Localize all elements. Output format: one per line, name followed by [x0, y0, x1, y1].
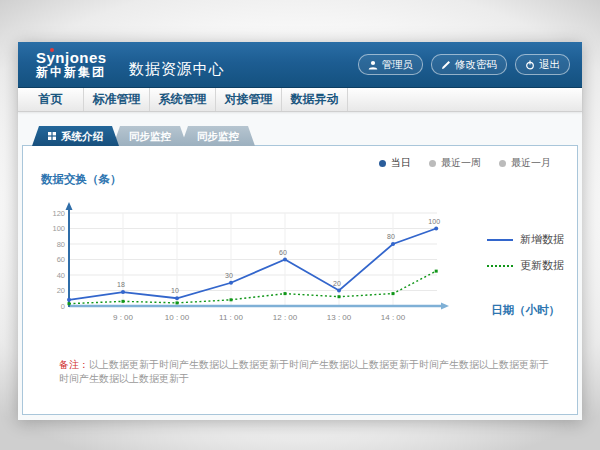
data-point-label: 60	[279, 249, 287, 256]
data-point-label: 18	[117, 281, 125, 288]
radio-last-month[interactable]: 最近一月	[499, 156, 551, 170]
data-point	[391, 242, 395, 246]
footnote-prefix: 备注：	[59, 359, 89, 370]
y-axis-arrow	[66, 202, 73, 210]
power-icon	[525, 60, 535, 70]
radio-today[interactable]: 当日	[379, 156, 411, 170]
legend-label: 新增数据	[520, 232, 564, 247]
data-point-label: 80	[387, 233, 395, 240]
data-point	[176, 301, 179, 304]
y-tick-label: 80	[57, 240, 65, 249]
nav-item-standards[interactable]: 标准管理	[84, 88, 150, 111]
brand-company: 新中新集团	[36, 66, 107, 79]
y-tick-label: 20	[57, 286, 65, 295]
series-legend: 新增数据 更新数据	[487, 232, 564, 284]
legend-label: 更新数据	[520, 258, 564, 273]
data-point-label: 20	[333, 280, 341, 287]
legend-line-sample-blue	[487, 239, 513, 241]
logout-button[interactable]: 退出	[515, 54, 570, 75]
chart-panel: 当日 最近一周 最近一月 数据交换（条） 0204060801001209 : …	[22, 145, 578, 415]
y-tick-label: 40	[57, 271, 65, 280]
x-tick-label: 10 : 00	[165, 313, 190, 322]
y-tick-label: 60	[57, 255, 65, 264]
x-tick-label: 12 : 00	[273, 313, 298, 322]
tab-bar: 系统介绍 同步监控 同步监控	[32, 126, 249, 146]
header-actions: 管理员 修改密码 退出	[358, 54, 571, 75]
data-point	[68, 302, 71, 305]
nav-item-data-change[interactable]: 数据异动	[282, 88, 348, 111]
radio-label: 最近一月	[511, 156, 551, 170]
nav-item-home[interactable]: 首页	[18, 88, 84, 111]
radio-dot	[379, 160, 386, 167]
data-point	[175, 296, 179, 300]
data-point	[283, 258, 287, 262]
x-tick-label: 9 : 00	[113, 313, 134, 322]
page-title: 数据资源中心	[129, 60, 225, 79]
range-filter-group: 当日 最近一周 最近一月	[379, 156, 551, 170]
tab-label: 同步监控	[197, 126, 239, 146]
x-axis-title: 日期（小时）	[491, 303, 560, 318]
logout-label: 退出	[539, 58, 560, 72]
y-tick-label: 120	[52, 209, 65, 218]
content-area: 系统介绍 同步监控 同步监控 当日 最近一周	[18, 113, 582, 420]
main-nav: 首页 标准管理 系统管理 对接管理 数据异动	[18, 88, 582, 112]
data-point	[435, 270, 438, 273]
radio-label: 最近一周	[441, 156, 481, 170]
data-point-label: 30	[225, 272, 233, 279]
x-tick-label: 13 : 00	[327, 313, 352, 322]
legend-item-update-data: 更新数据	[487, 258, 564, 273]
radio-label: 当日	[391, 156, 411, 170]
app-window: Synjones 新中新集团 数据资源中心 管理员 修改密码 退出	[18, 42, 582, 420]
radio-dot	[499, 160, 506, 167]
admin-user-label: 管理员	[382, 58, 414, 72]
legend-line-sample-green	[487, 265, 513, 267]
x-tick-label: 11 : 00	[219, 313, 243, 322]
admin-user-button[interactable]: 管理员	[358, 54, 424, 75]
data-point	[229, 281, 233, 285]
radio-dot	[429, 160, 436, 167]
data-point-label: 100	[428, 218, 440, 225]
data-point	[392, 292, 395, 295]
data-point	[337, 289, 341, 293]
edit-icon	[441, 60, 451, 70]
data-point	[230, 298, 233, 301]
header: Synjones 新中新集团 数据资源中心 管理员 修改密码 退出	[18, 42, 582, 88]
data-point	[121, 290, 125, 294]
nav-item-integration[interactable]: 对接管理	[216, 88, 282, 111]
line-chart: 0204060801001209 : 0010 : 0011 : 0012 : …	[45, 200, 457, 336]
user-icon	[368, 60, 378, 70]
brand-name: Synjones	[36, 50, 107, 66]
footnote-text: 以上数据更新于时间产生数据以上数据更新于时间产生数据以上数据更新于时间产生数据以…	[59, 359, 549, 384]
data-point	[338, 295, 341, 298]
data-point	[434, 227, 438, 231]
grid-icon	[48, 126, 56, 146]
radio-last-week[interactable]: 最近一周	[429, 156, 481, 170]
y-axis-title: 数据交换（条）	[41, 172, 122, 187]
y-tick-label: 100	[52, 224, 65, 233]
nav-item-system[interactable]: 系统管理	[150, 88, 216, 111]
series-line-new-data	[69, 229, 436, 300]
data-point	[122, 300, 125, 303]
brand-logo: Synjones 新中新集团	[36, 50, 107, 78]
tab-label: 同步监控	[129, 126, 171, 146]
tab-sync-monitor-2[interactable]: 同步监控	[181, 126, 255, 146]
change-password-label: 修改密码	[455, 58, 497, 72]
data-point-label: 10	[171, 287, 179, 294]
y-tick-label: 0	[61, 302, 65, 311]
x-tick-label: 14 : 00	[381, 313, 406, 322]
legend-item-new-data: 新增数据	[487, 232, 564, 247]
footnote: 备注：以上数据更新于时间产生数据以上数据更新于时间产生数据以上数据更新于时间产生…	[59, 358, 551, 386]
change-password-button[interactable]: 修改密码	[431, 54, 507, 75]
data-point	[284, 292, 287, 295]
tab-system-intro[interactable]: 系统介绍	[32, 126, 119, 146]
tab-sync-monitor-1[interactable]: 同步监控	[113, 126, 187, 146]
chart-canvas: 0204060801001209 : 0010 : 0011 : 0012 : …	[45, 200, 457, 332]
data-point	[67, 298, 71, 302]
tab-label: 系统介绍	[61, 126, 103, 146]
x-axis-arrow	[441, 302, 449, 309]
